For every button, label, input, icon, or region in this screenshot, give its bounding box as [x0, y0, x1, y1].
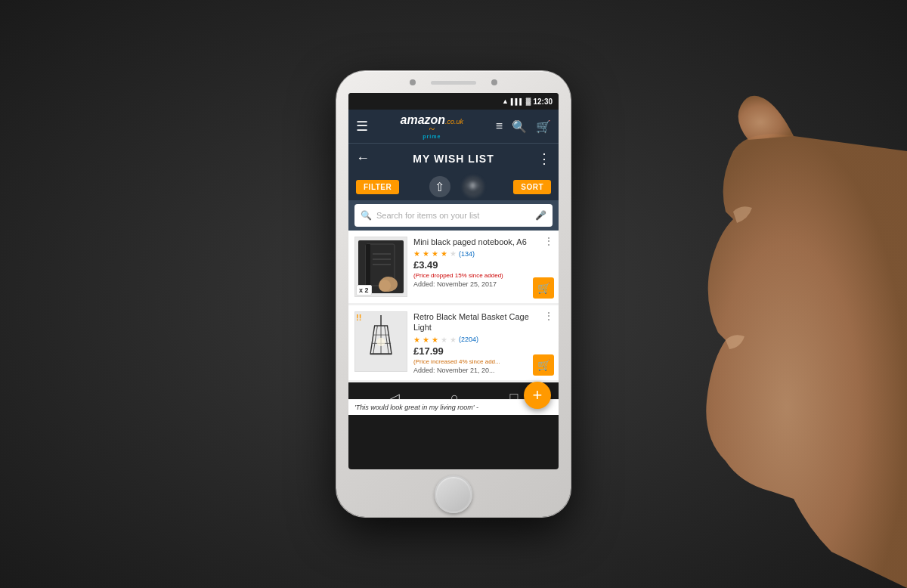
- sort-button[interactable]: SORT: [513, 180, 551, 194]
- search-input-wrapper[interactable]: 🔍 Search for items on your list 🎤: [354, 204, 553, 227]
- visibility-button[interactable]: 👁: [463, 176, 484, 197]
- logo-suffix: .co.uk: [445, 118, 463, 125]
- svg-point-6: [379, 280, 391, 292]
- phone-top-bar: [378, 75, 529, 90]
- earpiece-speaker: [431, 81, 476, 85]
- back-button[interactable]: ←: [356, 150, 370, 166]
- hamburger-icon[interactable]: ☰: [356, 118, 368, 135]
- star-5: ★: [450, 249, 457, 258]
- status-bar: ▲ ▌▌▌ ▓ 12:30: [348, 93, 559, 110]
- message-icon[interactable]: ≡: [496, 119, 503, 133]
- cart-icon-1: 🛒: [537, 282, 550, 294]
- search-input[interactable]: Search for items on your list: [376, 211, 531, 220]
- cart-icon-2: 🛒: [537, 359, 550, 371]
- review-count-2: (2204): [459, 336, 478, 343]
- share-button[interactable]: ⇧: [429, 176, 450, 197]
- filter-sort-row: FILTER ⇧ 👁 SORT: [348, 173, 559, 200]
- battery-icon: ▓: [526, 97, 531, 105]
- clock: 12:30: [533, 97, 553, 106]
- mic-icon[interactable]: 🎤: [535, 210, 546, 221]
- front-camera: [410, 79, 416, 85]
- review-count-1: (134): [459, 250, 475, 258]
- product-list: x 2 Mini black paged notebook, A6 ★ ★ ★ …: [348, 231, 559, 382]
- item-menu-1[interactable]: ⋮: [543, 235, 554, 247]
- product-name-1: Mini black paged notebook, A6: [413, 237, 530, 247]
- star-1: ★: [413, 249, 420, 258]
- status-icons: ▲ ▌▌▌ ▓ 12:30: [502, 97, 553, 106]
- star2-5: ★: [450, 336, 457, 344]
- price-2: £17.99: [413, 345, 530, 357]
- product-list-inner: x 2 Mini black paged notebook, A6 ★ ★ ★ …: [348, 231, 559, 382]
- amazon-logo[interactable]: amazon .co.uk ~ prime: [401, 113, 464, 139]
- cart-icon[interactable]: 🛒: [536, 119, 551, 134]
- page-title: MY WISH LIST: [370, 153, 537, 165]
- star2-4: ★: [441, 336, 447, 344]
- added-date-1: Added: November 25, 2017: [413, 280, 530, 288]
- signal-icon: ▌▌▌: [511, 98, 524, 105]
- item-menu-2[interactable]: ⋮: [543, 310, 554, 322]
- product-image-wrapper-1: x 2: [354, 237, 407, 297]
- header-action-icons: ≡ 🔍 🛒: [496, 119, 551, 134]
- stars-row-2: ★ ★ ★ ★ ★ (2204): [413, 336, 530, 344]
- product-details-1: Mini black paged notebook, A6 ★ ★ ★ ★ ★ …: [413, 237, 553, 297]
- star2-1: ★: [413, 336, 420, 344]
- share-icon: ⇧: [435, 180, 444, 194]
- add-to-cart-button-1[interactable]: 🛒: [533, 277, 554, 299]
- home-button[interactable]: [435, 475, 472, 513]
- star-2: ★: [423, 249, 429, 258]
- scene: ▲ ▌▌▌ ▓ 12:30 ☰ amazon .co.uk ~ prime: [0, 0, 907, 588]
- stars-row-1: ★ ★ ★ ★ ★ (134): [413, 249, 530, 258]
- share-visibility-icons: ⇧ 👁: [405, 176, 507, 197]
- search-icon[interactable]: 🔍: [512, 119, 527, 134]
- sensor: [491, 79, 497, 85]
- phone-device: ▲ ▌▌▌ ▓ 12:30 ☰ amazon .co.uk ~ prime: [336, 71, 571, 517]
- eye-icon: 👁: [467, 180, 479, 193]
- product-details-2: Retro Black Metal Basket Cage Light ★ ★ …: [413, 311, 553, 374]
- product-name-2: Retro Black Metal Basket Cage Light: [413, 311, 530, 333]
- wishlist-toolbar: ← MY WISH LIST ⋮: [348, 143, 559, 173]
- svg-point-14: [376, 338, 385, 346]
- quantity-badge-1: x 2: [356, 285, 372, 296]
- more-options-button[interactable]: ⋮: [537, 150, 551, 167]
- product-image-2: [354, 311, 407, 372]
- price-note-2: (Price increased 4% since add...: [413, 358, 530, 365]
- star-3: ★: [432, 249, 438, 258]
- product-item-1: x 2 Mini black paged notebook, A6 ★ ★ ★ …: [348, 231, 559, 303]
- search-bar: 🔍 Search for items on your list 🎤: [348, 200, 559, 231]
- price-1: £3.49: [413, 259, 530, 271]
- svg-rect-1: [366, 244, 370, 286]
- lamp-image: [361, 315, 402, 368]
- product-image-wrapper-2: !!: [354, 311, 407, 372]
- product-item-2: !!: [348, 305, 559, 380]
- exclamation-badge-2: !!: [356, 313, 361, 322]
- prime-label: prime: [423, 134, 441, 139]
- phone-screen: ▲ ▌▌▌ ▓ 12:30 ☰ amazon .co.uk ~ prime: [348, 93, 559, 469]
- amazon-header: ☰ amazon .co.uk ~ prime ≡ 🔍 🛒: [348, 110, 559, 143]
- prime-swoosh: ~: [429, 125, 435, 134]
- filter-button[interactable]: FILTER: [356, 180, 399, 194]
- add-to-cart-button-2[interactable]: 🛒: [533, 354, 554, 376]
- search-input-icon: 🔍: [361, 210, 372, 221]
- price-note-1: (Price dropped 15% since added): [413, 272, 530, 279]
- star-4: ★: [441, 249, 447, 258]
- wifi-icon: ▲: [502, 97, 509, 105]
- star2-2: ★: [423, 336, 429, 344]
- star2-3: ★: [432, 336, 438, 344]
- added-date-2: Added: November 21, 20...: [413, 367, 530, 374]
